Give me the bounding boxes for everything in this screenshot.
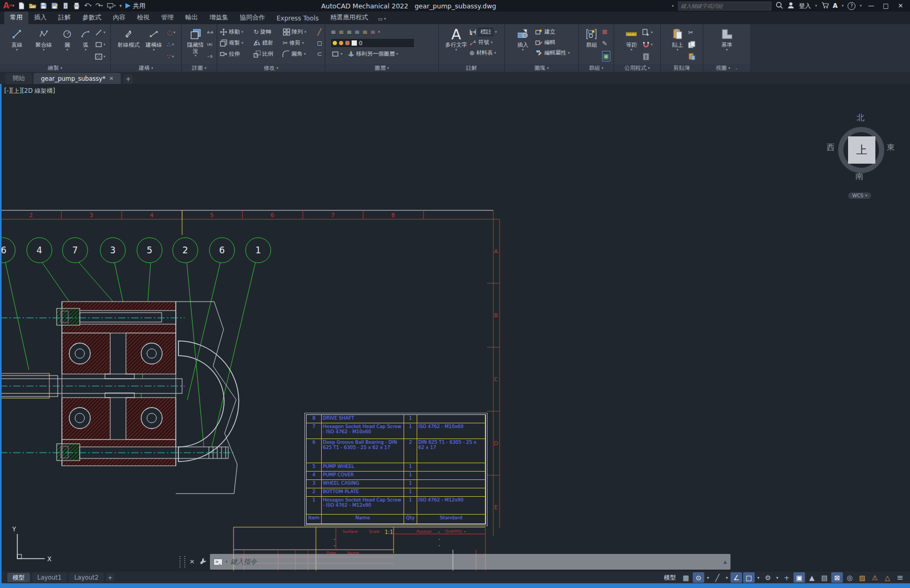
point-style-icon[interactable]: ∴▾	[167, 40, 175, 49]
line-button[interactable]: 直線▾	[5, 25, 29, 63]
utilities-panel-label[interactable]: 公用程式▾	[614, 64, 660, 72]
mini-line-icon[interactable]: ▾	[95, 28, 105, 37]
modify-panel-label[interactable]: 修改▾	[217, 64, 325, 72]
hidden-situation-button[interactable]: 隱藏情況▾	[185, 25, 206, 63]
ribbon-tab-annotate[interactable]: 註解	[52, 11, 77, 24]
sketch-icon[interactable]: ~S	[207, 52, 214, 61]
base-view-button[interactable]: 基準▾	[715, 25, 739, 63]
layer-freeze-icon[interactable]: ≡	[354, 29, 359, 35]
customization-gear-icon[interactable]: ⚙	[762, 572, 774, 583]
polyline-button[interactable]: 聚合線▾	[30, 25, 57, 63]
layer-panel-label[interactable]: 圖層▾	[325, 64, 438, 72]
magnet-snap-icon[interactable]: ▾	[642, 40, 653, 49]
search-input[interactable]	[678, 2, 771, 10]
file-tab-start[interactable]: 開始	[5, 73, 32, 84]
block-panel-label[interactable]: 圖塊▾	[505, 64, 578, 72]
viewport-controls[interactable]: [-][上][2D 線架構]	[4, 87, 55, 95]
minimize-button[interactable]: —	[866, 2, 876, 9]
rotate-button[interactable]: ↻旋轉	[252, 27, 282, 37]
erase-icon[interactable]: ╱	[316, 27, 322, 37]
revolve-point-icon[interactable]: ◌▾	[167, 28, 175, 37]
balloon[interactable]: 6	[209, 238, 235, 263]
signin-label[interactable]: 登入	[799, 2, 811, 10]
ray-mode-button[interactable]: 射線模式	[117, 25, 141, 63]
clipboard-panel-label[interactable]: 剪貼簿	[661, 64, 703, 72]
layer-lock-icon[interactable]: ≡	[362, 29, 367, 35]
layer-states-icon[interactable]: ≡	[338, 29, 344, 35]
isolate-objects-icon[interactable]: ◎	[844, 572, 855, 583]
copy-button[interactable]: 複製▾	[219, 38, 252, 48]
ribbon-tab-home[interactable]: 常用	[4, 11, 28, 24]
print-icon[interactable]	[73, 2, 80, 9]
ucs-icon[interactable]: Y X	[12, 526, 51, 563]
construction-line-button[interactable]: 建構線▾	[142, 25, 166, 63]
close-button[interactable]: ✕	[895, 2, 906, 9]
command-history-caret-icon[interactable]: ▾	[226, 560, 228, 563]
ribbon-tab-parametric[interactable]: 參數式	[77, 11, 107, 24]
drawing-canvas[interactable]: [-][上][2D 線架構]	[0, 84, 910, 571]
dimension-button[interactable]: 標註▾	[468, 27, 498, 37]
save-icon[interactable]	[40, 2, 47, 9]
balloon[interactable]: 3	[100, 238, 125, 263]
detail-view-icon[interactable]: (A)	[207, 40, 214, 49]
help-icon[interactable]: ?	[848, 2, 855, 10]
ribbon-tab-output[interactable]: 輸出	[179, 11, 204, 24]
balloon[interactable]: 6	[0, 238, 15, 263]
search-history-icon[interactable]: ▸	[672, 4, 674, 7]
lock-ui-icon[interactable]: ⊠	[831, 572, 843, 583]
command-placeholder[interactable]: 鍵入指令	[230, 558, 257, 566]
balloon[interactable]: 2	[173, 238, 198, 263]
units-icon[interactable]: △	[882, 572, 893, 583]
array-button[interactable]: 陣列▾	[282, 27, 316, 37]
paste-special-icon[interactable]	[688, 52, 695, 61]
block-insert-button[interactable]: 插入▾	[512, 25, 533, 63]
workspace-icon[interactable]: ▾	[107, 2, 116, 9]
command-line[interactable]: ✕ >_ ▾ 鍵入指令 ▲	[179, 554, 731, 570]
quick-select-icon[interactable]: ▾	[642, 28, 653, 37]
wcs-dropdown[interactable]: WCS▾	[848, 193, 871, 199]
ribbon-tab-view[interactable]: 檢視	[131, 11, 155, 24]
trim-button[interactable]: ✂修剪▾	[281, 38, 316, 48]
file-tab-drawing[interactable]: gear_pump_subassy*✕	[34, 73, 121, 84]
paste-button[interactable]: 貼上▾	[668, 25, 687, 63]
viewcube-east[interactable]: 東	[887, 143, 895, 153]
signin-caret-icon[interactable]: ▾	[815, 4, 817, 7]
offset-icon[interactable]: ⊂	[316, 49, 323, 59]
section-view-icon[interactable]: A-A	[207, 28, 214, 37]
ribbon-tab-collaborate[interactable]: 協同合作	[234, 11, 271, 24]
annotation-visibility-icon[interactable]: ▣	[793, 572, 805, 583]
help-caret-icon[interactable]: ▾	[860, 4, 862, 7]
fillet-button[interactable]: 圓角▾	[281, 49, 316, 59]
view-panel-label[interactable]: 視圖▾⌄	[703, 64, 750, 72]
ribbon-tab-addins[interactable]: 增益集	[204, 11, 234, 24]
undo-icon[interactable]: ↶▾	[84, 3, 91, 9]
balloon[interactable]: 5	[137, 238, 162, 263]
group-button[interactable]: 群組	[582, 25, 601, 63]
ribbon-tab-express[interactable]: Express Tools	[271, 13, 324, 24]
group-edit-icon[interactable]: ✎	[602, 39, 610, 48]
block-edit-button[interactable]: 編輯	[534, 37, 571, 47]
command-prompt-icon[interactable]: >_	[214, 559, 223, 565]
polar-caret-icon[interactable]: ▾	[705, 572, 711, 583]
group-panel-label[interactable]: 群組▾	[579, 64, 613, 72]
layer-off-icon[interactable]: ≡	[370, 29, 375, 35]
layer-selector[interactable]: 0	[331, 38, 415, 48]
new-layout-icon[interactable]: +	[106, 573, 114, 582]
viewcube-south[interactable]: 南	[855, 172, 863, 181]
command-expand-icon[interactable]: ▲	[723, 559, 727, 564]
scale-button[interactable]: 比例	[252, 49, 282, 59]
polar-tracking-icon[interactable]: ⊙	[693, 572, 704, 583]
autoscale-icon[interactable]: ▲	[806, 572, 818, 583]
annotation-scale-icon[interactable]: ▤	[819, 572, 830, 583]
detail-panel-label[interactable]: 詳圖▾	[182, 64, 217, 72]
draw-panel-label[interactable]: 繪製▾	[0, 64, 110, 72]
block-create-button[interactable]: 建立	[534, 27, 571, 37]
balloon[interactable]: 4	[27, 238, 52, 263]
construct-panel-label[interactable]: 建構▾	[111, 64, 181, 72]
command-close-icon[interactable]: ✕	[189, 558, 195, 565]
ribbon-tab-featured[interactable]: 精選應用程式	[324, 11, 374, 24]
autodesk-app-icon[interactable]: A	[833, 2, 838, 9]
cart-icon[interactable]	[821, 2, 829, 10]
model-space-label[interactable]: 模型	[664, 574, 676, 582]
ungroup-icon[interactable]: ⊠	[602, 27, 610, 37]
